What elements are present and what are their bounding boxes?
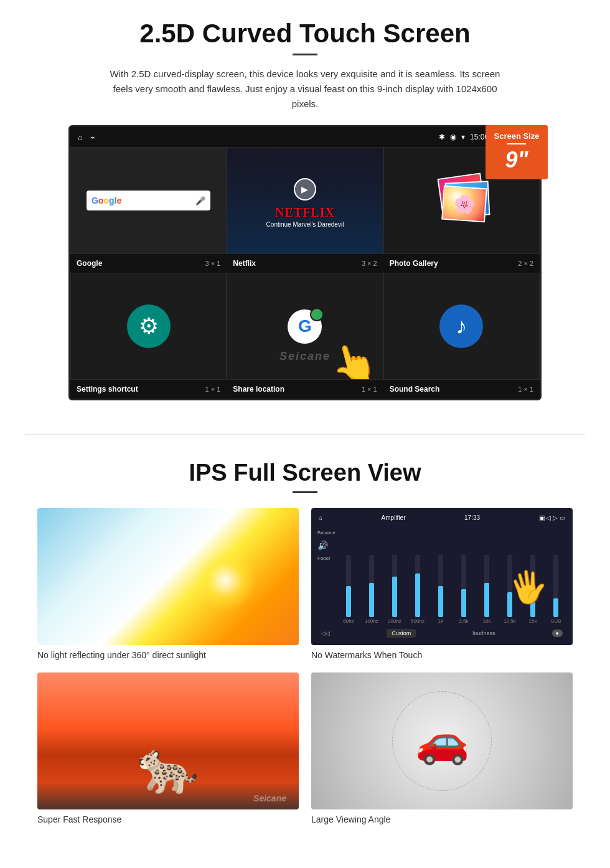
eq-bars: 60hz 100hz 200hz 500hz 1k 2.5k 10k 12.5k… bbox=[338, 527, 566, 624]
sunlight-flare bbox=[194, 549, 256, 611]
photo-gallery-label: Photo Gallery bbox=[390, 259, 438, 268]
eq-home-icon: ⌂ bbox=[319, 514, 322, 521]
google-logo: Google bbox=[92, 196, 121, 205]
netflix-subtitle: Continue Marvel's Daredevil bbox=[227, 221, 382, 228]
eq-bar-1: 60hz bbox=[338, 555, 359, 624]
sound-icon-circle: ♪ bbox=[439, 304, 483, 348]
app-grid-top: Google 🎤 ▶ NETFLIX Continue Marvel's Da bbox=[70, 147, 540, 254]
settings-label: Settings shortcut bbox=[77, 385, 138, 394]
netflix-content: ▶ NETFLIX Continue Marvel's Daredevil bbox=[227, 173, 382, 228]
google-mic-icon[interactable]: 🎤 bbox=[195, 196, 205, 205]
img-sunlight bbox=[37, 508, 299, 645]
app-labels-row-1: Google 3 × 1 Netflix 3 × 2 Photo Gallery… bbox=[70, 254, 540, 273]
eq-bar-2: 100hz bbox=[361, 555, 382, 624]
photo-gallery-size: 2 × 2 bbox=[518, 260, 533, 267]
caption-car: Large Viewing Angle bbox=[311, 814, 573, 824]
status-bar-left: ⌂ ⌁ bbox=[78, 133, 95, 142]
eq-header: ⌂ Amplifier 17:33 ▣ ◁ ▷ ▭ bbox=[316, 513, 568, 522]
app-labels-row-2: Settings shortcut 1 × 1 Share location 1… bbox=[70, 380, 540, 399]
share-label: Share location bbox=[233, 385, 284, 394]
netflix-label: Netflix bbox=[233, 259, 256, 268]
eq-bar-3: 200hz bbox=[384, 555, 405, 624]
sound-label: Sound Search bbox=[390, 385, 440, 394]
card-cheetah: 🐆 Seicane Super Fast Response bbox=[37, 672, 299, 824]
eq-bar-6: 2.5k bbox=[453, 555, 474, 624]
caption-sunlight: No light reflecting under 360° direct su… bbox=[37, 650, 299, 660]
section-curved-screen: 2.5D Curved Touch Screen With 2.5D curve… bbox=[0, 0, 610, 415]
photo-stack: 🌸 bbox=[430, 169, 492, 232]
caption-cheetah: Super Fast Response bbox=[37, 814, 299, 824]
netflix-logo: NETFLIX bbox=[227, 205, 382, 220]
eq-nav-icons: ◁◁ bbox=[321, 630, 330, 636]
location-icon: ◉ bbox=[450, 133, 456, 141]
card-car: 🚗 Large Viewing Angle bbox=[311, 672, 573, 824]
section2-title: IPS Full Screen View bbox=[37, 460, 573, 486]
share-location-inner: G 👆 bbox=[227, 273, 382, 379]
home-icon[interactable]: ⌂ bbox=[78, 133, 83, 142]
section1-description: With 2.5D curved-display screen, this de… bbox=[103, 67, 507, 111]
car-icon: 🚗 bbox=[415, 715, 469, 767]
section1-title: 2.5D Curved Touch Screen bbox=[37, 19, 573, 49]
app-label-photo-gallery: Photo Gallery 2 × 2 bbox=[383, 257, 540, 270]
google-cell-inner: Google 🎤 bbox=[71, 148, 226, 253]
eq-balance-label: Balance bbox=[317, 530, 336, 535]
app-cell-netflix[interactable]: ▶ NETFLIX Continue Marvel's Daredevil bbox=[227, 147, 383, 254]
eq-bar-5: 1k bbox=[430, 555, 451, 624]
eq-sidebar: Balance 🔊 Fader bbox=[317, 527, 336, 624]
google-search-bar[interactable]: Google 🎤 bbox=[87, 191, 210, 210]
phone-mockup: Screen Size 9" ⌂ ⌁ ✱ ◉ ▾ 15:06 ▣ ♪ ⊠ bbox=[68, 125, 542, 400]
section1-divider bbox=[293, 54, 317, 55]
eq-volume-icon: 🔊 bbox=[317, 540, 336, 550]
google-label: Google bbox=[77, 259, 102, 268]
status-bar: ⌂ ⌁ ✱ ◉ ▾ 15:06 ▣ ♪ ⊠ ▭ bbox=[70, 127, 540, 147]
bluetooth-icon: ✱ bbox=[439, 133, 445, 141]
android-screen: ⌂ ⌁ ✱ ◉ ▾ 15:06 ▣ ♪ ⊠ ▭ bbox=[68, 125, 542, 400]
eq-icons: ▣ ◁ ▷ ▭ bbox=[539, 514, 565, 521]
eq-bottom: ◁◁ Custom loudness ● bbox=[316, 626, 568, 640]
eq-loudness-label: loudness bbox=[472, 630, 495, 636]
badge-title: Screen Size bbox=[490, 131, 543, 141]
flower-icon: 🌸 bbox=[453, 193, 476, 215]
app-label-sound: Sound Search 1 × 1 bbox=[383, 382, 540, 396]
eq-bar-7: 10k bbox=[476, 555, 497, 624]
app-label-settings: Settings shortcut 1 × 1 bbox=[70, 382, 227, 396]
badge-divider bbox=[507, 143, 526, 144]
app-label-netflix: Netflix 3 × 2 bbox=[227, 257, 383, 270]
usb-icon: ⌁ bbox=[90, 133, 95, 142]
eq-time: 17:33 bbox=[464, 514, 480, 521]
eq-title: Amplifier bbox=[382, 514, 406, 521]
wifi-icon: ▾ bbox=[461, 133, 465, 141]
eq-area: Balance 🔊 Fader 60hz 100hz 200hz 500hz 1… bbox=[316, 525, 568, 626]
hand-eq-icon: 🖐 bbox=[506, 566, 550, 608]
maps-icon: G bbox=[288, 309, 322, 344]
eq-fader-label: Fader bbox=[317, 555, 336, 561]
caption-equalizer: No Watermarks When Touch bbox=[311, 650, 573, 660]
netflix-size: 3 × 2 bbox=[362, 260, 377, 267]
eq-bar-4: 500hz bbox=[407, 555, 428, 624]
section-divider bbox=[25, 434, 585, 435]
app-grid-bottom: ⚙ G 👆 ♪ bbox=[70, 273, 540, 380]
app-label-share: Share location 1 × 1 bbox=[227, 382, 383, 396]
cheetah-icon: 🐆 bbox=[137, 738, 199, 797]
app-cell-share-location[interactable]: G 👆 bbox=[227, 273, 383, 380]
eq-custom-button[interactable]: Custom bbox=[387, 629, 416, 638]
card-equalizer: ⌂ Amplifier 17:33 ▣ ◁ ▷ ▭ Balance 🔊 Fade… bbox=[311, 508, 573, 660]
gear-icon: ⚙ bbox=[139, 313, 159, 339]
app-cell-settings[interactable]: ⚙ bbox=[70, 273, 227, 380]
music-note-icon: ♪ bbox=[456, 313, 467, 339]
img-equalizer: ⌂ Amplifier 17:33 ▣ ◁ ▷ ▭ Balance 🔊 Fade… bbox=[311, 508, 573, 645]
badge-size: 9" bbox=[490, 147, 543, 173]
eq-toggle[interactable]: ● bbox=[552, 630, 563, 637]
settings-cell-inner: ⚙ bbox=[71, 273, 226, 379]
cheetah-watermark: Seicane bbox=[253, 793, 286, 803]
image-grid: No light reflecting under 360° direct su… bbox=[37, 508, 573, 824]
settings-icon-circle: ⚙ bbox=[127, 304, 171, 348]
app-cell-google[interactable]: Google 🎤 bbox=[70, 147, 227, 254]
netflix-cell-inner: ▶ NETFLIX Continue Marvel's Daredevil bbox=[227, 148, 382, 253]
card-sunlight: No light reflecting under 360° direct su… bbox=[37, 508, 299, 660]
sound-size: 1 × 1 bbox=[518, 385, 533, 393]
section2-divider bbox=[293, 491, 317, 493]
netflix-play-button[interactable]: ▶ bbox=[294, 178, 316, 200]
section-ips: IPS Full Screen View No light reflecting… bbox=[0, 453, 610, 837]
app-cell-sound-search[interactable]: ♪ bbox=[383, 273, 540, 380]
